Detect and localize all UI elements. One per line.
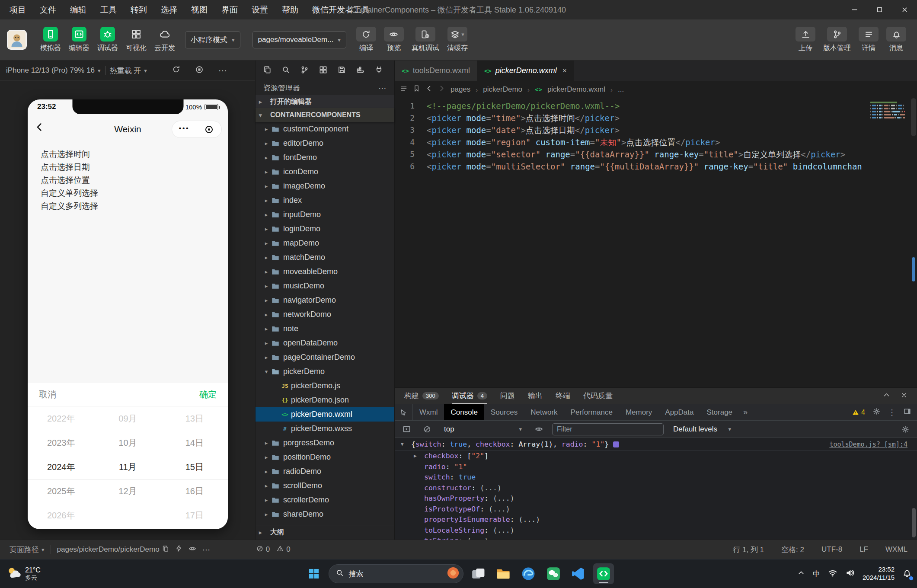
picker-option[interactable]: 09月 (94, 406, 161, 431)
expand-arrow-icon[interactable]: ▶ (414, 451, 417, 462)
object-property[interactable]: toString: (...) (395, 536, 917, 540)
eye-icon[interactable] (189, 545, 196, 555)
scrollbar-thumb[interactable] (911, 98, 916, 136)
notification-bell[interactable] (902, 568, 912, 579)
tree-folder-imageDemo[interactable]: ▸imageDemo (256, 179, 394, 193)
search-button[interactable] (282, 66, 290, 76)
error-counter[interactable]: 0 (256, 545, 270, 554)
console-settings-icon[interactable] (898, 423, 913, 435)
expand-arrow-icon[interactable]: ▼ (401, 441, 411, 447)
list-icon[interactable] (400, 85, 408, 95)
breadcrumb-item[interactable]: pickerDemo.wxml (547, 85, 605, 94)
object-property[interactable]: propertyIsEnumerable: (...) (395, 514, 917, 525)
tree-folder-fontDemo[interactable]: ▸fontDemo (256, 150, 394, 165)
devtools-tab-Performance[interactable]: Performance (564, 404, 619, 420)
bell-button[interactable]: 消息 (886, 27, 906, 53)
taskbar-app-wechat[interactable] (543, 563, 564, 584)
picker-option[interactable]: 2025年 (28, 479, 94, 503)
devtools-tab-Storage[interactable]: Storage (700, 404, 739, 420)
picker-option[interactable]: 11月 (94, 455, 161, 479)
avatar[interactable] (7, 30, 27, 50)
copy-icon[interactable] (162, 545, 169, 554)
maximize-button[interactable] (867, 0, 892, 19)
tree-folder-radioDemo[interactable]: ▸radioDemo (256, 464, 394, 479)
close-button[interactable] (892, 0, 917, 19)
menu-item[interactable]: 界面 (214, 0, 245, 19)
dock-side-icon[interactable] (904, 408, 911, 417)
object-property[interactable]: ▶checkbox: ["2"] (395, 451, 917, 462)
eye-button[interactable]: 预览 (384, 27, 404, 53)
tree-folder-shareDemo[interactable]: ▸shareDemo (256, 507, 394, 521)
chevron-up-icon[interactable] (797, 569, 805, 578)
live-expression-icon[interactable] (531, 423, 546, 435)
phone-debug-button[interactable]: 真机调试 (412, 27, 439, 53)
object-property[interactable]: hasOwnProperty: (...) (395, 493, 917, 504)
tree-folder-iconDemo[interactable]: ▸iconDemo (256, 165, 394, 179)
tree-folder-navigatorDemo[interactable]: ▸navigatorDemo (256, 293, 394, 307)
menu-item[interactable]: 文件 (33, 0, 63, 19)
filter-input[interactable] (552, 423, 664, 435)
debug-tab-问题[interactable]: 问题 (500, 388, 515, 404)
context-select[interactable]: top ▾ (441, 425, 525, 434)
more-tabs-icon[interactable]: » (739, 408, 752, 417)
tree-folder-pageContainerDemo[interactable]: ▸pageContainerDemo (256, 350, 394, 364)
tree-folder-scrollerDemo[interactable]: ▸scrollerDemo (256, 493, 394, 507)
tree-folder-index[interactable]: ▸index (256, 193, 394, 208)
picker-option[interactable]: 15日 (161, 455, 228, 479)
network-icon[interactable] (828, 568, 837, 579)
devtools-settings-icon[interactable] (873, 408, 880, 417)
taskbar-app-file-explorer[interactable] (493, 563, 514, 584)
picker-cancel-button[interactable]: 取消 (39, 389, 56, 400)
docker-button[interactable] (356, 66, 364, 76)
nav-back-icon[interactable] (425, 85, 433, 94)
taskbar-app-wechat-devtools[interactable] (593, 563, 614, 584)
picker-option[interactable]: 17日 (161, 503, 228, 527)
tree-folder-note[interactable]: ▸note (256, 322, 394, 336)
plug-button[interactable] (375, 66, 383, 76)
feature-grid-button[interactable]: 可视化 (126, 27, 147, 53)
devtools-tab-Wxml[interactable]: Wxml (413, 404, 444, 420)
menu-item[interactable]: 视图 (184, 0, 214, 19)
breadcrumb-item[interactable]: ... (618, 85, 624, 94)
tree-file-pickerDemo.wxml[interactable]: <>pickerDemo.wxml (256, 407, 394, 422)
tree-folder-porgressDemo[interactable]: ▸porgressDemo (256, 436, 394, 450)
menu-item[interactable]: 编辑 (63, 0, 93, 19)
kebab-menu-icon[interactable]: ⋮ (888, 408, 896, 417)
page-path-selector[interactable]: 页面路径 ▾ (10, 545, 45, 555)
tree-folder-customComponent[interactable]: ▸customComponent (256, 122, 394, 136)
stop-button[interactable] (195, 65, 204, 76)
debug-tab-代码质量[interactable]: 代码质量 (583, 388, 613, 404)
menu-item[interactable]: 项目 (3, 0, 33, 19)
menu-item[interactable]: 工具 (93, 0, 124, 19)
tree-folder-networkDomo[interactable]: ▸networkDomo (256, 307, 394, 322)
flash-icon[interactable] (175, 545, 182, 554)
refresh-button[interactable] (172, 65, 180, 76)
taskbar-app-edge[interactable] (518, 563, 539, 584)
devtools-tab-Console[interactable]: Console (444, 404, 484, 420)
picker-option[interactable]: 14日 (161, 431, 228, 455)
inspect-element-button[interactable] (395, 404, 413, 420)
picker-option[interactable]: 2022年 (28, 406, 94, 431)
taskbar-app-vscode[interactable] (568, 563, 589, 584)
picker-trigger-item[interactable]: 自定义单列选择 (28, 187, 228, 200)
object-property[interactable]: toLocaleString: (...) (395, 525, 917, 536)
feature-code-button[interactable]: 编辑器 (69, 27, 89, 53)
clear-console-icon[interactable] (420, 423, 435, 435)
object-property[interactable]: isPrototypeOf: (...) (395, 504, 917, 515)
close-panel-icon[interactable] (901, 392, 907, 401)
hot-reload-toggle[interactable]: 热重载 开 ▾ (110, 66, 147, 76)
console-sidebar-icon[interactable] (399, 423, 414, 435)
statusbar-item[interactable]: 空格: 2 (781, 545, 804, 555)
tree-file-pickerDemo.wxss[interactable]: #pickerDemo.wxss (256, 422, 394, 436)
search-highlight-icon[interactable] (447, 566, 460, 582)
feature-cloud-button[interactable]: 云开发 (154, 27, 175, 53)
list-button[interactable]: 详情 (859, 27, 879, 53)
tree-folder-moveableDemo[interactable]: ▸moveableDemo (256, 265, 394, 279)
tree-folder-mapDemo[interactable]: ▸mapDemo (256, 236, 394, 250)
close-circle-icon[interactable] (197, 126, 222, 133)
tree-folder-matchDemo[interactable]: ▸matchDemo (256, 250, 394, 265)
debug-tab-调试器[interactable]: 调试器4 (452, 388, 487, 404)
statusbar-item[interactable]: 行 1, 列 1 (733, 545, 764, 555)
devtools-tab-Sources[interactable]: Sources (484, 404, 524, 420)
picker-option[interactable]: 2024年 (28, 455, 94, 479)
